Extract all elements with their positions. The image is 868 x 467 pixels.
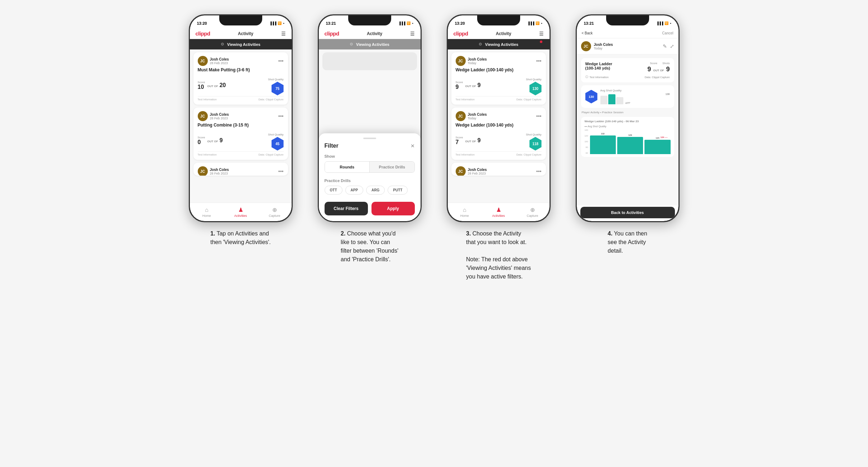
outof-val-3-2: 9 [478, 137, 481, 144]
phone-screen-3: 13:20 ▐▐▐ 🛜 ▪ clippd Activity ☰ ⚙ Viewin… [448, 15, 550, 221]
dots-menu-3-3[interactable]: ••• [536, 168, 542, 174]
viewing-bar-1[interactable]: ⚙ Viewing Activities [190, 39, 292, 49]
hamburger-icon-3[interactable]: ☰ [539, 31, 544, 37]
phone-notch-2 [348, 15, 391, 25]
battery-icon-2: ▪ [412, 22, 413, 25]
outof-val-1-1: 20 [220, 82, 226, 89]
hamburger-icon-1[interactable]: ☰ [281, 31, 286, 37]
activity-card-1-2[interactable]: JC Josh Coles 28 Feb 2023 ••• Putting Co… [193, 108, 288, 160]
avg-line-label: 124 ---- [661, 136, 668, 138]
edit-icon[interactable]: ✎ [663, 43, 667, 49]
user-info-1-2: JC Josh Coles 28 Feb 2023 [198, 111, 229, 121]
filter-rounds-btn[interactable]: Rounds [325, 162, 370, 172]
quality-label-3-1: Shot Quality [526, 78, 542, 81]
y-axis-140: 140 [585, 129, 588, 131]
capture-icon-1: ⊕ [272, 206, 277, 213]
filter-pill-arg[interactable]: ARG [366, 186, 385, 195]
outof-text-3-2: OUT OF [465, 140, 476, 143]
user-name-1-1: Josh Coles [210, 57, 229, 61]
activity-card-3-2[interactable]: JC Josh Coles Today ••• Wedge Ladder (10… [451, 108, 546, 160]
app-logo-2: clippd [325, 30, 339, 37]
bottom-nav-1: ⌂ Home ♟ Activities ⊕ Capture [190, 202, 292, 221]
footer-left-3-2: Test Information [456, 153, 475, 156]
avg-quality-val: 130 [589, 95, 594, 99]
hexagon-badge-1-1: 75 [272, 82, 284, 95]
detail-shots-val: 9 [666, 66, 670, 73]
caption-text-1: Tap on Activities andthen 'Viewing Activ… [210, 230, 271, 245]
wifi-icon-3: 🛜 [536, 22, 539, 25]
activity-card-3-3[interactable]: JC Josh Coles 28 Feb 2023 ••• [451, 163, 546, 176]
phone-3: 13:20 ▐▐▐ 🛜 ▪ clippd Activity ☰ ⚙ Viewin… [447, 14, 551, 222]
shots-col-label: Shots [662, 62, 670, 65]
activity-card-1-1[interactable]: JC Josh Coles 28 Feb 2023 ••• Must Make … [193, 52, 288, 105]
filter-close-icon[interactable]: ✕ [411, 143, 415, 149]
detail-user-name: Josh Coles [594, 43, 613, 47]
back-button[interactable]: < Back [582, 31, 593, 35]
user-name-3-1: Josh Coles [468, 57, 487, 61]
app-header-3: clippd Activity ☰ [448, 28, 550, 39]
test-info-icon-4: ⓘ [585, 75, 588, 79]
signal-icon-4: ▐▐▐ [656, 22, 663, 25]
user-name-1-3: Josh Coles [210, 168, 229, 172]
user-info-1-1: JC Josh Coles 28 Feb 2023 [198, 56, 229, 66]
nav-capture-1[interactable]: ⊕ Capture [258, 203, 292, 221]
wifi-icon-4: 🛜 [665, 22, 668, 25]
nav-home-1[interactable]: ⌂ Home [190, 203, 224, 221]
footer-left-3-1: Test Information [456, 98, 475, 101]
nav-activities-1[interactable]: ♟ Activities [224, 203, 258, 221]
caption-text-2: Choose what you'dlike to see. You canfil… [341, 230, 398, 262]
caption-2: 2. Choose what you'dlike to see. You can… [341, 229, 398, 264]
avg-quality-label: Avg Shot Quality [600, 89, 670, 92]
stat-score-group-1-2: Score 0 [198, 136, 205, 145]
nav-activities-label-3: Activities [492, 214, 505, 218]
viewing-bar-text-2: Viewing Activities [356, 42, 389, 47]
user-date-1-3: 28 Feb 2023 [210, 172, 229, 175]
score-section-1-2: Score 0 OUT OF 9 Shot Quality 45 [198, 130, 284, 151]
user-name-3-2: Josh Coles [468, 113, 487, 116]
dots-menu-1-2[interactable]: ••• [278, 113, 284, 119]
dots-menu-1-3[interactable]: ••• [278, 168, 284, 174]
dots-menu-1-1[interactable]: ••• [278, 58, 284, 64]
dots-menu-3-2[interactable]: ••• [536, 113, 542, 119]
hexagon-val-3-1: 130 [532, 87, 538, 91]
nav-activities-3[interactable]: ♟ Activities [481, 203, 515, 221]
filter-pill-app[interactable]: APP [345, 186, 364, 195]
bottom-nav-3: ⌂ Home ♟ Activities ⊕ Capture [448, 202, 550, 221]
avatar-1-3: JC [198, 166, 208, 176]
outof-row-1-2: OUT OF 9 [207, 137, 222, 144]
card-title-3-2: Wedge Ladder (100-140 yds) [456, 123, 542, 128]
user-date-3-1: Today [468, 61, 487, 65]
cancel-button[interactable]: Cancel [662, 31, 673, 35]
score-label-1-1: Score [198, 81, 205, 84]
viewing-bar-2: ⚙ Viewing Activities [319, 39, 421, 49]
apply-button[interactable]: Apply [371, 202, 415, 215]
avatar-3-2: JC [456, 111, 466, 121]
avg-quality-card: 130 Avg Shot Quality APP 130 [581, 85, 674, 108]
dots-menu-3-1[interactable]: ••• [536, 58, 542, 64]
hamburger-icon-2[interactable]: ☰ [410, 31, 415, 37]
filter-actions: Clear Filters Apply [325, 202, 415, 215]
expand-icon[interactable]: ⤢ [670, 43, 674, 49]
blurred-card-2-1 [322, 52, 417, 70]
chart-bar-bg-2 [616, 97, 623, 104]
outof-text-3-1: OUT OF [465, 85, 476, 88]
nav-activities-label-1: Activities [234, 214, 247, 218]
viewing-bar-3[interactable]: ⚙ Viewing Activities [448, 39, 550, 49]
avg-quality-badge: 130 [585, 90, 598, 104]
clear-filters-button[interactable]: Clear Filters [325, 202, 368, 215]
avatar-1-1: JC [198, 56, 208, 66]
activity-card-3-1[interactable]: JC Josh Coles Today ••• Wedge Ladder (10… [451, 52, 546, 105]
filter-overlay: Filter ✕ Show Rounds Practice Drills Pra… [319, 133, 421, 221]
filter-pill-putt[interactable]: PUTT [388, 186, 408, 195]
activity-card-1-3[interactable]: JC Josh Coles 28 Feb 2023 ••• [193, 163, 288, 176]
chart-sub-label: ••• Avg Shot Quality [585, 125, 671, 128]
filter-icon-2: ⚙ [350, 42, 353, 47]
filter-drills-btn[interactable]: Practice Drills [370, 162, 414, 172]
phone-screen-1: 13:20 ▐▐▐ 🛜 ▪ clippd Activity ☰ ⚙ Viewin… [190, 15, 292, 221]
filter-pill-ott[interactable]: OTT [325, 186, 342, 195]
capture-icon-3: ⊕ [530, 206, 535, 213]
nav-home-3[interactable]: ⌂ Home [448, 203, 482, 221]
nav-capture-3[interactable]: ⊕ Capture [515, 203, 550, 221]
back-to-activities-button[interactable]: Back to Activities [580, 207, 675, 218]
phone-4: 13:21 ▐▐▐ 🛜 ▪ < Back Cancel JC Josh Cole… [576, 14, 680, 222]
